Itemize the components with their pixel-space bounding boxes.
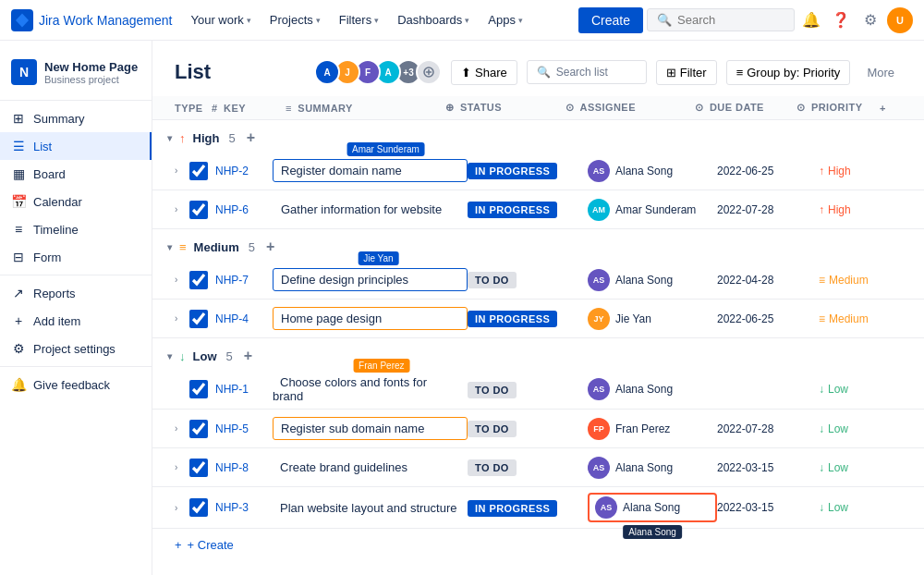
group-low-expand[interactable]: ▾ [167,351,172,361]
row-status-nhp6: IN PROGRESS [468,202,588,216]
row-checkbox-nhp8[interactable] [189,459,208,477]
nav-apps[interactable]: Apps ▾ [480,9,530,31]
sidebar-item-summary[interactable]: ⊞ Summary [0,104,152,132]
row-expand-nhp6[interactable]: › [175,204,189,214]
sidebar-item-form[interactable]: ⊟ Form [0,243,152,271]
row-key-nhp8[interactable]: NHP-8 [208,461,273,474]
summary-input-nhp6[interactable] [273,198,468,221]
summary-col-icon: ≡ [286,103,292,114]
nav-logo[interactable]: Jira Work Management [11,9,172,31]
sidebar-divider-2 [0,275,152,275]
column-headers: Type # Key ≡ Summary ⊕ Status ⊙ Assignee… [152,96,924,120]
nav-your-work[interactable]: Your work ▾ [183,9,258,31]
medium-priority-icon: ≡ [179,240,187,254]
row-assignee-nhp6: AM Amar Sunderam [588,199,717,221]
row-assignee-nhp4: JY Jie Yan [588,308,717,330]
row-key-nhp1[interactable]: NHP-1 [208,383,273,396]
row-checkbox-nhp5[interactable] [189,420,208,438]
sidebar-item-reports[interactable]: ↗ Reports [0,279,152,307]
row-duedate-nhp8: 2022-03-15 [717,461,819,474]
row-key-nhp5[interactable]: NHP-5 [208,422,273,435]
filter-button[interactable]: ⊞ Filter [656,60,717,85]
col-key-header: # Key [212,103,286,114]
nav-dashboards[interactable]: Dashboards ▾ [390,9,477,31]
create-row[interactable]: + + Create [152,529,924,561]
row-expand-nhp7[interactable]: › [175,275,189,285]
summary-input-nhp7[interactable] [273,268,468,291]
notifications-button[interactable]: 🔔 [798,7,824,33]
row-expand-nhp8[interactable]: › [175,462,189,472]
search-input[interactable] [677,13,770,27]
row-key-nhp2[interactable]: NHP-2 [208,165,273,177]
group-medium-expand[interactable]: ▾ [167,242,172,252]
row-checkbox-nhp2[interactable] [189,162,208,180]
search-list-input[interactable]: 🔍 Search list [527,60,647,84]
sidebar-item-board[interactable]: ▦ Board [0,160,152,188]
assignee-name-nhp5: Fran Perez [615,422,670,435]
group-medium-label: Medium [194,240,239,254]
more-button[interactable]: More [859,61,902,84]
sidebar-item-give-feedback[interactable]: 🔔 Give feedback [0,371,152,398]
assignee-name-nhp6: Amar Sunderam [615,203,696,216]
user-avatar[interactable]: U [887,7,913,33]
nav-projects[interactable]: Projects ▾ [262,9,328,31]
row-expand-nhp4[interactable]: › [175,313,189,324]
assignee-avatar-nhp3: AS [595,496,617,519]
row-summary-nhp2: Amar Sunderam [273,159,468,182]
row-summary-nhp3: Plan website layout and structure [273,501,468,515]
row-duedate-nhp5: 2022-07-28 [717,422,819,435]
row-assignee-nhp3: AS Alana Song Alana Song [588,493,717,522]
row-priority-nhp5: ↓ Low [819,422,902,435]
row-assignee-nhp8: AS Alana Song [588,457,717,479]
summary-text-nhp1: Choose colors and fonts for brand [273,372,427,407]
row-expand-nhp3[interactable]: › [175,503,189,513]
row-checkbox-nhp4[interactable] [189,310,208,328]
nav-filters[interactable]: Filters ▾ [332,9,386,31]
group-medium-add[interactable]: + [266,239,274,255]
row-checkbox-nhp7[interactable] [189,271,208,289]
filter-icon: ⊞ [666,66,676,80]
sidebar-item-calendar[interactable]: 📅 Calendar [0,188,152,215]
summary-input-nhp4[interactable] [273,307,468,330]
avatar-add[interactable] [416,59,442,85]
settings-button[interactable]: ⚙ [857,7,883,33]
row-checkbox-nhp3[interactable] [189,498,208,517]
assignee-name-nhp1: Alana Song [615,383,673,396]
group-low-add[interactable]: + [244,348,252,364]
row-checkbox-nhp6[interactable] [189,201,208,219]
group-by-icon: ≡ [736,66,744,80]
assignee-avatar-nhp7: AS [588,269,610,291]
row-summary-nhp5 [273,417,468,440]
header-actions: A J F A +3 ⬆ Share 🔍 Search list [320,59,902,85]
row-assignee-nhp5: FP Fran Perez [588,418,717,440]
row-key-nhp7[interactable]: NHP-7 [208,274,273,287]
sidebar-item-list[interactable]: ☰ List [0,132,152,160]
help-button[interactable]: ❓ [828,7,854,33]
group-by-button[interactable]: ≡ Group by: Priority [726,60,851,85]
row-expand-nhp5[interactable]: › [175,423,189,434]
summary-icon: ⊞ [11,111,26,126]
summary-input-nhp2[interactable] [273,159,468,182]
group-high-expand[interactable]: ▾ [167,133,172,143]
avatar-1[interactable]: A [314,59,340,85]
share-button[interactable]: ⬆ Share [451,60,517,85]
sidebar-item-project-settings[interactable]: ⚙ Project settings [0,335,152,362]
row-status-nhp8: TO DO [468,460,588,474]
row-duedate-nhp2: 2022-06-25 [717,165,819,177]
group-high-add[interactable]: + [247,129,255,146]
sidebar-item-timeline[interactable]: ≡ Timeline [0,215,152,243]
row-key-nhp6[interactable]: NHP-6 [208,203,273,216]
row-key-nhp4[interactable]: NHP-4 [208,312,273,325]
col-add-header[interactable]: + [880,103,902,114]
row-expand-nhp2[interactable]: › [175,165,189,176]
search-box[interactable]: 🔍 [647,8,795,31]
sidebar-item-add-item[interactable]: + Add item [0,307,152,335]
reports-icon: ↗ [11,286,26,300]
group-high: ▾ ↑ High 5 + › NHP-2 Amar Sunderam IN PR… [152,120,924,229]
summary-input-nhp5[interactable] [273,417,468,440]
row-summary-nhp1: Fran Perez Choose colors and fonts for b… [273,375,468,403]
row-checkbox-nhp1[interactable] [189,380,208,398]
create-button[interactable]: Create [578,7,643,33]
row-key-nhp3[interactable]: NHP-3 [208,501,273,514]
project-type: Business project [44,74,140,85]
